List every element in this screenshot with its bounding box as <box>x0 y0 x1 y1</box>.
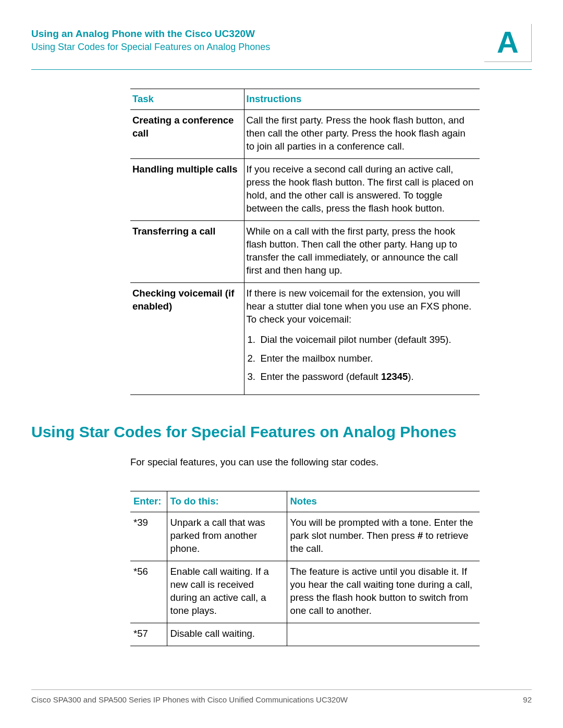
instructions-intro: If there is new voicemail for the extens… <box>247 288 472 325</box>
key-symbol: # <box>418 530 423 541</box>
list-item: 1.Dial the voicemail pilot number (defau… <box>248 334 475 347</box>
tasks-header-task: Task <box>130 89 244 110</box>
list-item: 3.Enter the password (default 12345). <box>248 371 475 384</box>
header-title: Using an Analog Phone with the Cisco UC3… <box>31 28 532 40</box>
table-row: Creating a conference call Call the firs… <box>130 109 480 158</box>
section-heading: Using Star Codes for Special Features on… <box>31 423 532 441</box>
tasks-table: Task Instructions Creating a conference … <box>130 89 480 395</box>
task-instructions: If there is new voicemail for the extens… <box>244 282 480 395</box>
page-header: Using an Analog Phone with the Cisco UC3… <box>31 28 532 70</box>
page-footer: Cisco SPA300 and SPA500 Series IP Phones… <box>31 689 532 704</box>
table-row: Transferring a call While on a call with… <box>130 220 480 282</box>
star-code-notes: You will be prompted with a tone. Enter … <box>287 512 480 561</box>
table-row: *39 Unpark a call that was parked from a… <box>130 512 480 561</box>
star-code-notes: The feature is active until you disable … <box>287 561 480 623</box>
codes-header-notes: Notes <box>287 491 480 512</box>
step-text: Enter the password (default <box>261 371 381 382</box>
task-name: Handling multiple calls <box>130 158 244 220</box>
table-row: *57 Disable call waiting. <box>130 623 480 646</box>
voicemail-steps: 1.Dial the voicemail pilot number (defau… <box>247 334 475 384</box>
task-name: Transferring a call <box>130 220 244 282</box>
step-text: Enter the mailbox number. <box>261 353 373 364</box>
list-item: 2.Enter the mailbox number. <box>248 352 475 365</box>
star-code-action: Disable call waiting. <box>167 623 287 646</box>
header-subtitle: Using Star Codes for Special Features on… <box>31 42 532 53</box>
star-code-notes <box>287 623 480 646</box>
task-instructions: While on a call with the first party, pr… <box>244 220 480 282</box>
star-code: *56 <box>130 561 167 623</box>
step-text: Dial the voicemail pilot number (default… <box>261 334 451 345</box>
task-name: Checking voicemail (if enabled) <box>130 282 244 395</box>
star-code-action: Enable call waiting. If a new call is re… <box>167 561 287 623</box>
task-instructions: Call the first party. Press the hook fla… <box>244 109 480 158</box>
codes-header-enter: Enter: <box>130 491 167 512</box>
table-row: Handling multiple calls If you receive a… <box>130 158 480 220</box>
appendix-letter: A <box>484 24 532 62</box>
table-row: *56 Enable call waiting. If a new call i… <box>130 561 480 623</box>
tasks-header-instructions: Instructions <box>244 89 480 110</box>
star-codes-table: Enter: To do this: Notes *39 Unpark a ca… <box>130 491 480 646</box>
footer-text: Cisco SPA300 and SPA500 Series IP Phones… <box>31 695 348 704</box>
task-name: Creating a conference call <box>130 109 244 158</box>
star-code: *57 <box>130 623 167 646</box>
star-code-action: Unpark a call that was parked from anoth… <box>167 512 287 561</box>
default-password: 12345 <box>381 371 408 382</box>
star-code: *39 <box>130 512 167 561</box>
codes-header-todo: To do this: <box>167 491 287 512</box>
step-tail: ). <box>408 371 413 382</box>
table-row: Checking voicemail (if enabled) If there… <box>130 282 480 395</box>
task-instructions: If you receive a second call during an a… <box>244 158 480 220</box>
section-intro: For special features, you can use the fo… <box>130 456 532 468</box>
page-number: 92 <box>523 695 532 704</box>
